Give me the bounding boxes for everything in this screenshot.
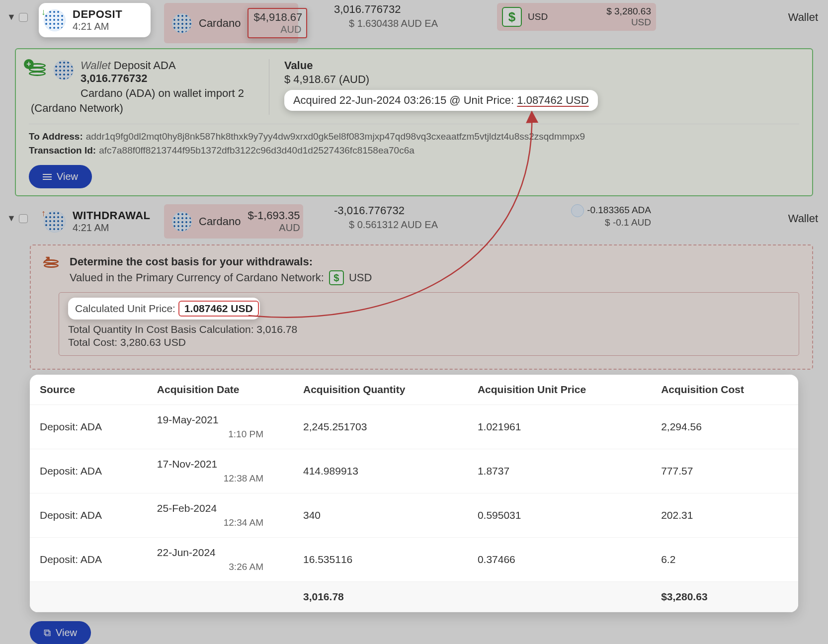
withdrawal-qty: -3,016.776732 [334, 204, 497, 217]
withdrawal-fee-cell: -0.183365 ADA $ -0.1 AUD [497, 204, 656, 228]
calculation-box: Calculated Unit Price: 1.087462 USD Tota… [59, 292, 799, 356]
deposit-detail-panel: + Wallet Deposit ADA 3,016.776732 Cardan… [15, 48, 813, 196]
withdrawal-arrow-icon: ↑ [41, 208, 46, 219]
txid-label: Transaction Id: [29, 145, 96, 156]
th-qty: Acquisition Quantity [293, 375, 468, 405]
fee-value: $ -0.1 AUD [605, 217, 651, 228]
cell-qty: 2,245.251703 [293, 405, 468, 449]
deposit-amount: $4,918.67 [253, 11, 301, 24]
cup-label: Calculated Unit Price: [75, 303, 175, 315]
detail-desc: Cardano (ADA) on wallet import 2 [81, 87, 244, 100]
cell-cost: 202.31 [651, 493, 798, 538]
th-unit: Acquisition Unit Price [468, 375, 651, 405]
th-source: Source [30, 375, 147, 405]
cell-qty: 16.535116 [293, 538, 468, 582]
cell-unit: 1.021961 [468, 405, 651, 449]
deposit-amount-ccy: AUD [253, 24, 301, 35]
cardano-icon [172, 13, 192, 33]
view-button[interactable]: View [29, 165, 92, 188]
txid: afc7a88f0ff8213744f95b1372dfb3122c96d3d4… [99, 145, 414, 156]
cardano-icon [54, 60, 74, 80]
cell-qty: 340 [293, 493, 468, 538]
view-label: View [57, 171, 78, 182]
deposit-amount-box: $4,918.67 AUD [248, 8, 307, 38]
collapse-icon[interactable]: ▼ [7, 213, 16, 224]
deposit-usd-amount: $ 3,280.63 [606, 6, 651, 17]
deposit-usd-cell: $ USD $ 3,280.63 USD [497, 3, 656, 31]
cup-bubble: Calculated Unit Price: 1.087462 USD [68, 298, 260, 320]
deposit-qty: 3,016.776732 [334, 3, 497, 16]
withdrawal-type-cell[interactable]: ↑ WITHDRAWAL 4:21 AM [39, 204, 151, 239]
cardano-icon [172, 212, 192, 232]
acquisition-table: Source Acquisition Date Acquisition Quan… [30, 375, 798, 612]
withdrawal-row: ▼ ↑ WITHDRAWAL 4:21 AM Cardano $-1,693.3… [0, 201, 828, 242]
view-button[interactable]: ⧉ View [30, 621, 91, 644]
cell-source: Deposit: ADA [30, 405, 147, 449]
cardano-icon [571, 204, 584, 217]
row-checkbox[interactable] [19, 13, 28, 22]
withdrawal-qty-cell: -3,016.776732 $ 0.561312 AUD EA [328, 204, 497, 231]
total-cost: Total Cost: 3,280.63 USD [68, 336, 790, 348]
to-address: addr1q9fg0dl2mqt0hy8j8nk587hk8thxk9y7yy4… [86, 131, 585, 142]
row-checkbox[interactable] [19, 214, 28, 223]
menu-icon [43, 172, 52, 181]
withdraw-stack-icon: ↗ [44, 255, 62, 273]
th-cost: Acquisition Cost [651, 375, 798, 405]
deposit-row: ▼ ↓ DEPOSIT 4:21 AM Cardano $4,918.67 AU… [0, 0, 828, 46]
acq-unit-price: 1.087462 USD [517, 94, 588, 106]
cell-cost: 777.57 [651, 449, 798, 493]
value-label: Value [284, 59, 598, 72]
deposit-usd-ccy: USD [606, 17, 651, 28]
cardano-icon: ↑ [44, 211, 66, 233]
cell-qty: 414.989913 [293, 449, 468, 493]
cell-source: Deposit: ADA [30, 538, 147, 582]
cardano-icon: ↓ [44, 9, 66, 31]
withdrawal-rate: $ 0.561312 AUD EA [334, 219, 497, 231]
cell-date: 25-Feb-202412:34 AM [147, 493, 293, 538]
cell-unit: 1.8737 [468, 449, 651, 493]
to-label: To Address: [29, 131, 83, 142]
cell-cost: 2,294.56 [651, 405, 798, 449]
withdrawal-label: WITHDRAWAL [73, 209, 151, 222]
collapse-icon[interactable]: ▼ [7, 12, 16, 22]
cell-source: Deposit: ADA [30, 449, 147, 493]
cell-date: 17-Nov-202112:38 AM [147, 449, 293, 493]
foot-cost: $3,280.63 [651, 582, 798, 612]
cb-subtitle: Valued in the Primary Currency of Cardan… [70, 271, 324, 284]
cb-title: Determine the cost basis for your withdr… [70, 255, 372, 268]
deposit-type-cell[interactable]: ↓ DEPOSIT 4:21 AM [39, 3, 151, 37]
deposit-source: Wallet [656, 3, 828, 24]
acquired-bubble: Acquired 22-Jun-2024 03:26:15 @ Unit Pri… [284, 90, 598, 111]
withdrawal-amount: $-1,693.35 [248, 209, 300, 222]
foot-qty: 3,016.78 [293, 582, 468, 612]
total-qty: Total Quantity In Cost Basis Calculation… [68, 323, 790, 335]
deposit-label: DEPOSIT [73, 8, 122, 21]
open-icon: ⧉ [44, 627, 51, 639]
view-label: View [56, 627, 77, 639]
deposit-qty-cell: 3,016.776732 $ 1.630438 AUD EA [328, 3, 497, 29]
cell-date: 22-Jun-20243:26 AM [147, 538, 293, 582]
wallet-suffix: Deposit ADA [114, 59, 176, 72]
cell-unit: 0.595031 [468, 493, 651, 538]
usd-icon: $ [329, 270, 344, 285]
cost-basis-panel: ↗ Determine the cost basis for your with… [30, 244, 813, 370]
cell-source: Deposit: ADA [30, 493, 147, 538]
deposit-stack-icon: + [29, 62, 47, 80]
acq-prefix: Acquired 22-Jun-2024 03:26:15 @ Unit Pri… [293, 94, 517, 106]
withdrawal-source: Wallet [656, 204, 828, 225]
cup-value: 1.087462 USD [178, 301, 259, 317]
deposit-arrow-icon: ↓ [41, 7, 46, 17]
cell-cost: 6.2 [651, 538, 798, 582]
cell-unit: 0.37466 [468, 538, 651, 582]
asset-name: Cardano [199, 215, 241, 228]
cell-date: 19-May-20211:10 PM [147, 405, 293, 449]
detail-qty: 3,016.776732 [81, 72, 244, 85]
table-row: Deposit: ADA17-Nov-202112:38 AM414.98991… [30, 449, 798, 493]
table-row: Deposit: ADA25-Feb-202412:34 AM3400.5950… [30, 493, 798, 538]
deposit-asset-cell: Cardano $4,918.67 AUD [164, 3, 328, 43]
cb-sub-ccy: USD [349, 271, 372, 284]
table-row: Deposit: ADA19-May-20211:10 PM2,245.2517… [30, 405, 798, 449]
deposit-time: 4:21 AM [73, 21, 122, 32]
withdrawal-amount-ccy: AUD [248, 222, 300, 234]
deposit-rate: $ 1.630438 AUD EA [334, 18, 497, 29]
